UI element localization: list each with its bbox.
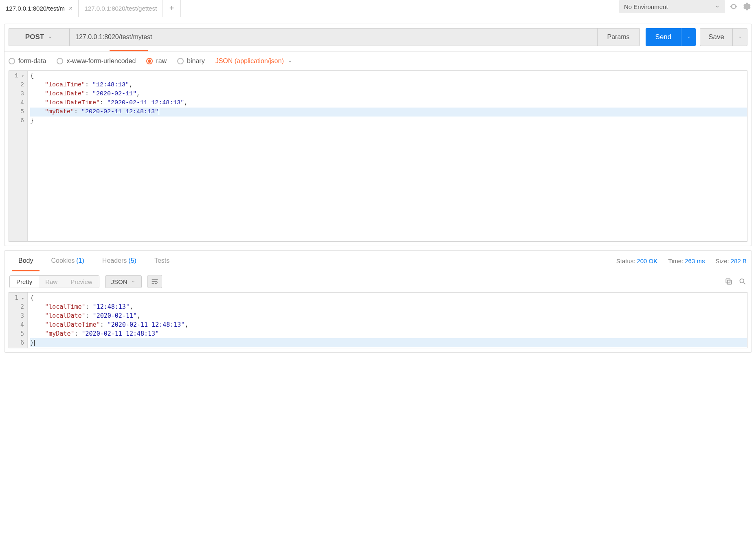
tab-label: Cookies xyxy=(51,257,75,264)
response-meta: Status:200 OK Time:263 ms Size:282 B xyxy=(616,257,747,264)
size-value: 282 B xyxy=(731,257,747,264)
svg-point-2 xyxy=(740,279,744,283)
wrap-icon xyxy=(151,278,158,285)
url-input[interactable] xyxy=(70,28,598,46)
body-type-form-data[interactable]: form-data xyxy=(9,57,46,65)
view-raw[interactable]: Raw xyxy=(39,276,64,288)
tab-count: (5) xyxy=(128,257,136,264)
radio-label: x-www-form-urlencoded xyxy=(66,57,136,65)
chevron-down-icon xyxy=(287,58,293,64)
radio-label: raw xyxy=(156,57,167,65)
response-body-editor[interactable]: 1 ▾23456 { "localTime": "12:48:13", "loc… xyxy=(9,292,747,348)
request-body-editor[interactable]: 1 ▾23456 { "localTime": "12:48:13", "loc… xyxy=(9,70,747,242)
response-toolbar: Pretty Raw Preview JSON xyxy=(4,271,752,292)
chevron-down-icon xyxy=(47,34,53,40)
code-area[interactable]: { "localTime": "12:48:13", "localDate": … xyxy=(28,71,747,241)
send-button[interactable]: Send xyxy=(646,28,681,46)
response-panel: Body Cookies (1) Headers (5) Tests Statu… xyxy=(4,250,752,353)
code-area[interactable]: { "localTime": "12:48:13", "localDate": … xyxy=(28,293,747,348)
top-right-controls: No Environment xyxy=(614,0,756,13)
params-button[interactable]: Params xyxy=(598,28,640,46)
send-dropdown[interactable] xyxy=(681,28,696,46)
response-tab-cookies[interactable]: Cookies (1) xyxy=(48,251,87,271)
plus-icon: + xyxy=(169,4,174,13)
tab-count: (1) xyxy=(76,257,84,264)
search-icon[interactable] xyxy=(738,277,747,286)
svg-rect-1 xyxy=(726,279,730,283)
close-icon[interactable]: × xyxy=(69,5,73,12)
view-tabs: Pretty Raw Preview xyxy=(9,275,99,288)
chevron-down-icon xyxy=(738,35,743,40)
size-label: Size:282 B xyxy=(715,257,747,264)
tab-label: 127.0.0.1:8020/test/gettest xyxy=(84,5,157,12)
radio-icon xyxy=(177,58,184,64)
chevron-down-icon xyxy=(686,35,691,40)
view-pretty[interactable]: Pretty xyxy=(10,276,39,288)
copy-icon[interactable] xyxy=(725,277,733,286)
radio-icon xyxy=(57,58,63,64)
body-type-raw[interactable]: raw xyxy=(146,57,167,65)
tab-label: Headers xyxy=(102,257,127,264)
response-tab-tests[interactable]: Tests xyxy=(151,251,173,271)
tab-inactive[interactable]: 127.0.0.1:8020/test/gettest xyxy=(79,0,163,17)
chevron-down-icon xyxy=(131,279,136,284)
format-dropdown[interactable]: JSON xyxy=(105,275,142,288)
environment-label: No Environment xyxy=(624,3,668,10)
settings-icon[interactable] xyxy=(742,2,751,11)
request-row: POST Params Send Save xyxy=(4,24,752,50)
response-tabs: Body Cookies (1) Headers (5) Tests Statu… xyxy=(4,251,752,271)
request-tabs: 127.0.0.1:8020/test/m × 127.0.0.1:8020/t… xyxy=(0,0,614,17)
response-tab-body[interactable]: Body xyxy=(15,251,36,271)
request-panel: POST Params Send Save form-data x- xyxy=(4,24,752,246)
status-label: Status:200 OK xyxy=(616,257,658,264)
svg-rect-0 xyxy=(727,280,732,284)
status-value: 200 OK xyxy=(637,257,657,264)
body-type-binary[interactable]: binary xyxy=(177,57,205,65)
tab-label: 127.0.0.1:8020/test/m xyxy=(6,5,65,12)
new-tab-button[interactable]: + xyxy=(163,0,181,17)
response-tab-headers[interactable]: Headers (5) xyxy=(99,251,140,271)
content-type-label: JSON (application/json) xyxy=(215,57,284,65)
tab-label: Body xyxy=(18,257,33,264)
environment-quicklook-icon[interactable] xyxy=(729,2,738,11)
topbar: 127.0.0.1:8020/test/m × 127.0.0.1:8020/t… xyxy=(0,0,756,17)
environment-select[interactable]: No Environment xyxy=(619,0,725,13)
body-type-row: form-data x-www-form-urlencoded raw bina… xyxy=(4,51,752,70)
format-label: JSON xyxy=(111,278,127,285)
body-type-urlencoded[interactable]: x-www-form-urlencoded xyxy=(57,57,136,65)
save-button[interactable]: Save xyxy=(700,28,733,46)
tab-label: Tests xyxy=(154,257,169,264)
radio-label: form-data xyxy=(18,57,46,65)
method-label: POST xyxy=(25,33,44,41)
time-value: 263 ms xyxy=(685,257,705,264)
radio-label: binary xyxy=(187,57,205,65)
save-dropdown[interactable] xyxy=(733,28,747,46)
method-dropdown[interactable]: POST xyxy=(9,28,70,46)
tab-active[interactable]: 127.0.0.1:8020/test/m × xyxy=(0,0,79,17)
content-type-select[interactable]: JSON (application/json) xyxy=(215,57,293,65)
chevron-down-icon xyxy=(714,4,720,9)
line-gutter: 1 ▾23456 xyxy=(9,71,28,241)
view-preview[interactable]: Preview xyxy=(64,276,99,288)
radio-icon xyxy=(146,58,153,64)
radio-icon xyxy=(9,58,15,64)
line-gutter: 1 ▾23456 xyxy=(9,293,28,348)
time-label: Time:263 ms xyxy=(668,257,705,264)
wrap-lines-button[interactable] xyxy=(147,275,162,288)
